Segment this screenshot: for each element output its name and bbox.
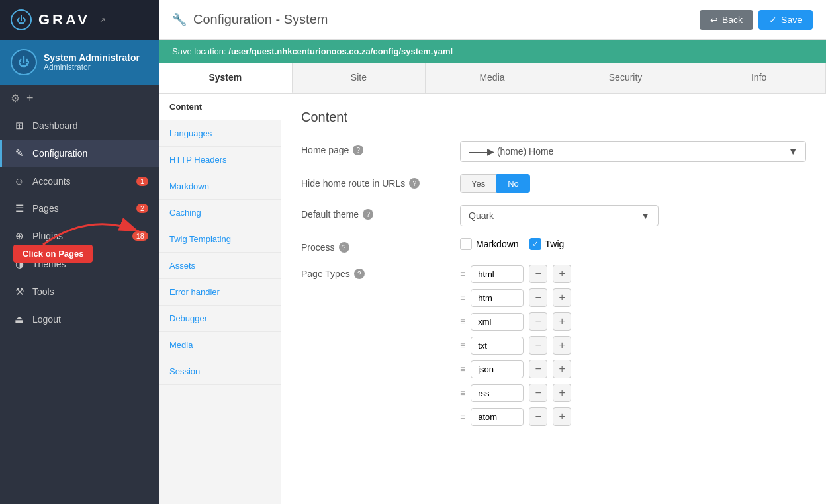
sidebar-item-label: Tools [32,286,148,297]
page-type-input[interactable] [471,360,524,378]
content-area: Content Languages HTTP Headers Markdown … [159,94,826,504]
drag-handle-icon[interactable]: ≡ [460,388,465,398]
plus-icon[interactable]: + [26,91,34,105]
section-nav-twig[interactable]: Twig Templating [159,226,281,253]
list-item: ≡ − + [460,384,806,402]
page-type-input[interactable] [471,313,524,331]
hide-home-route-row: Hide home route in URLs ? Yes No [301,174,806,193]
save-bar: Save location: /user/quest.nhkcenturiono… [159,40,826,63]
section-nav-markdown[interactable]: Markdown [159,173,281,200]
tab-media[interactable]: Media [426,63,559,93]
page-types-control: ≡ − + ≡ − + [460,265,806,426]
drag-handle-icon[interactable]: ≡ [460,316,465,327]
section-nav-http-headers[interactable]: HTTP Headers [159,147,281,173]
save-button[interactable]: ✓ Save [758,10,813,30]
tab-system[interactable]: System [159,63,293,93]
markdown-checkbox[interactable] [460,238,472,250]
add-button[interactable]: + [553,384,571,402]
section-nav-caching[interactable]: Caching [159,200,281,226]
tab-site[interactable]: Site [293,63,426,93]
section-nav-languages[interactable]: Languages [159,120,281,147]
home-page-select[interactable]: ——▶ (home) Home ▼ [460,141,806,162]
sidebar-item-plugins[interactable]: ⊕ Plugins 18 [0,222,159,250]
chevron-down-icon: ▼ [788,146,798,157]
drag-handle-icon[interactable]: ≡ [460,269,465,279]
page-types-row: Page Types ? ≡ − + ≡ [301,265,806,426]
remove-button[interactable]: − [529,407,547,426]
remove-button[interactable]: − [529,384,547,402]
section-nav-assets[interactable]: Assets [159,253,281,279]
sidebar-item-label: Accounts [32,176,130,187]
sidebar-item-accounts[interactable]: ☺ Accounts 1 [0,167,159,194]
process-help-icon[interactable]: ? [339,242,349,253]
drag-handle-icon[interactable]: ≡ [460,292,465,303]
add-button[interactable]: + [553,407,571,426]
add-button[interactable]: + [553,288,571,307]
page-types-help-icon[interactable]: ? [354,269,365,279]
page-types-label: Page Types ? [301,265,447,279]
page-type-input[interactable] [471,408,524,426]
remove-button[interactable]: − [529,265,547,283]
sidebar-item-pages[interactable]: ☰ Pages 2 [0,194,159,222]
plugins-icon: ⊕ [13,230,26,242]
sidebar-item-configuration[interactable]: ✎ Configuration [0,140,159,167]
add-button[interactable]: + [553,312,571,331]
sidebar-item-themes[interactable]: ◑ Themes [0,250,159,278]
sidebar-item-logout[interactable]: ⏏ Logout [0,306,159,333]
logo-area: ⏻ GRAV ↗ [0,0,159,40]
drag-handle-icon[interactable]: ≡ [460,340,465,351]
save-checkmark-icon: ✓ [769,15,777,25]
default-theme-help-icon[interactable]: ? [363,209,373,220]
section-nav-session[interactable]: Session [159,358,281,385]
hide-home-route-control: Yes No [460,174,806,193]
remove-button[interactable]: − [529,360,547,378]
no-button[interactable]: No [496,174,530,193]
default-theme-row: Default theme ? Quark ▼ [301,205,806,226]
back-button[interactable]: ↩ Back [700,10,753,30]
tab-info[interactable]: Info [692,63,826,93]
yes-button[interactable]: Yes [460,174,496,193]
section-nav-error-handler[interactable]: Error handler [159,279,281,306]
list-item: ≡ − + [460,407,806,426]
section-nav-media[interactable]: Media [159,332,281,358]
twig-checkbox[interactable]: ✓ [529,238,541,250]
sidebar-item-label: Configuration [32,148,148,159]
home-page-control: ——▶ (home) Home ▼ [460,141,806,162]
sidebar-item-tools[interactable]: ⚒ Tools [0,278,159,306]
page-type-input[interactable] [471,337,524,355]
header: 🔧 Configuration - System ↩ Back ✓ Save [159,0,826,40]
add-button[interactable]: + [553,336,571,355]
yes-no-toggle: Yes No [460,174,806,193]
default-theme-control: Quark ▼ [460,205,806,226]
list-item: ≡ − + [460,265,806,283]
drag-handle-icon[interactable]: ≡ [460,364,465,374]
add-button[interactable]: + [553,265,571,283]
home-page-help-icon[interactable]: ? [353,145,363,155]
default-theme-select[interactable]: Quark ▼ [460,205,659,226]
section-nav-content[interactable]: Content [159,94,281,120]
chevron-down-icon: ▼ [641,210,650,221]
accounts-icon: ☺ [13,175,26,187]
page-type-input[interactable] [471,265,524,283]
add-button[interactable]: + [553,360,571,378]
sidebar-item-dashboard[interactable]: ⊞ Dashboard [0,112,159,140]
logout-icon: ⏏ [13,314,26,325]
gear-icon: ⚙ [11,92,20,105]
page-type-input[interactable] [471,384,524,402]
drag-handle-icon[interactable]: ≡ [460,411,465,422]
home-page-label: Home page ? [301,141,447,155]
save-prefix: Save location: [172,46,226,56]
remove-button[interactable]: − [529,312,547,331]
remove-button[interactable]: − [529,336,547,355]
hide-home-route-help-icon[interactable]: ? [409,178,420,189]
markdown-checkbox-item: Markdown [460,238,519,250]
sidebar-item-label: Dashboard [32,120,148,131]
external-link-icon[interactable]: ↗ [99,16,105,24]
page-type-input[interactable] [471,289,524,307]
pages-icon: ☰ [13,202,26,214]
main-content: 🔧 Configuration - System ↩ Back ✓ Save S… [159,0,826,504]
section-nav-debugger[interactable]: Debugger [159,306,281,332]
tab-security[interactable]: Security [559,63,693,93]
remove-button[interactable]: − [529,288,547,307]
tabs: System Site Media Security Info [159,63,826,94]
